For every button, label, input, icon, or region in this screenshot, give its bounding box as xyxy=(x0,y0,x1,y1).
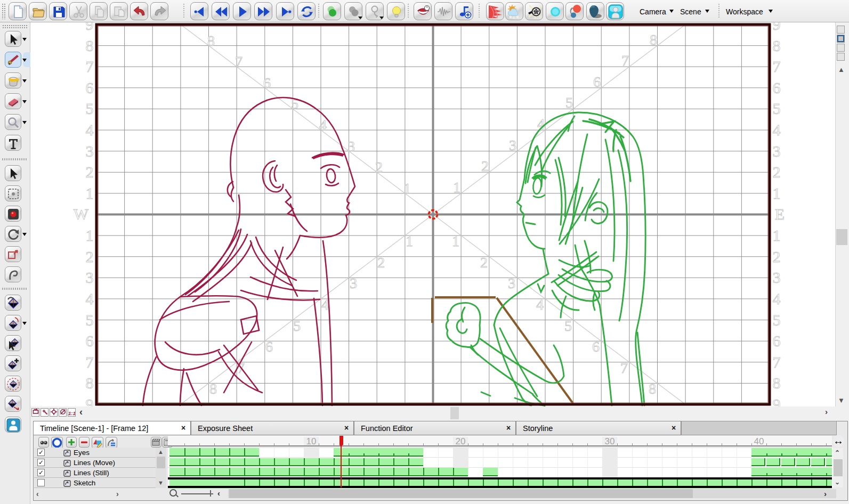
svg-text:4: 4 xyxy=(86,121,94,139)
svg-text:3: 3 xyxy=(347,138,355,155)
svg-text:7: 7 xyxy=(86,353,94,371)
svg-text:6: 6 xyxy=(773,79,781,96)
svg-text:5: 5 xyxy=(86,311,94,329)
svg-text:9: 9 xyxy=(86,395,94,407)
svg-text:1: 1 xyxy=(452,233,459,249)
svg-text:5: 5 xyxy=(564,318,572,334)
svg-text:6: 6 xyxy=(592,338,600,355)
svg-text:6: 6 xyxy=(86,79,94,96)
svg-text:7: 7 xyxy=(86,58,94,75)
svg-text:5: 5 xyxy=(773,100,781,117)
svg-text:3: 3 xyxy=(86,269,94,286)
svg-text:4: 4 xyxy=(773,121,781,139)
svg-text:8: 8 xyxy=(86,374,94,392)
svg-text:7: 7 xyxy=(620,360,628,376)
svg-text:9: 9 xyxy=(86,22,94,33)
svg-text:5: 5 xyxy=(565,94,573,111)
svg-text:1: 1 xyxy=(773,184,781,202)
svg-text:3: 3 xyxy=(509,137,516,153)
svg-text:3: 3 xyxy=(86,142,94,160)
svg-text:8: 8 xyxy=(86,37,94,54)
svg-text:6: 6 xyxy=(773,332,781,349)
svg-text:4: 4 xyxy=(319,117,327,133)
svg-text:8: 8 xyxy=(773,374,781,392)
svg-text:2: 2 xyxy=(481,158,489,174)
svg-text:2: 2 xyxy=(773,248,781,265)
svg-text:W: W xyxy=(74,205,89,223)
svg-text:7: 7 xyxy=(773,353,781,371)
svg-text:2: 2 xyxy=(375,159,383,175)
svg-text:6: 6 xyxy=(86,332,94,349)
svg-text:2: 2 xyxy=(480,254,488,271)
svg-text:2: 2 xyxy=(773,163,781,181)
svg-text:1: 1 xyxy=(453,179,460,196)
svg-text:4: 4 xyxy=(321,296,329,313)
svg-text:8: 8 xyxy=(649,380,656,397)
svg-text:4: 4 xyxy=(86,290,94,307)
svg-text:5: 5 xyxy=(773,311,781,329)
svg-text:5: 5 xyxy=(86,100,94,117)
svg-text:E: E xyxy=(775,205,785,223)
svg-text:9: 9 xyxy=(773,395,781,407)
svg-text:1: 1 xyxy=(406,233,413,249)
svg-text:3: 3 xyxy=(773,269,781,286)
svg-text:3: 3 xyxy=(773,142,781,160)
svg-text:4: 4 xyxy=(536,296,544,313)
svg-text:6: 6 xyxy=(263,75,271,91)
svg-text:9: 9 xyxy=(773,22,781,33)
svg-text:2: 2 xyxy=(86,248,94,265)
svg-text:7: 7 xyxy=(773,58,781,75)
svg-text:8: 8 xyxy=(773,37,781,54)
svg-text:7: 7 xyxy=(235,53,242,70)
svg-text:8: 8 xyxy=(207,32,215,49)
svg-text:8: 8 xyxy=(209,380,217,397)
svg-text:4: 4 xyxy=(773,290,781,307)
svg-text:6: 6 xyxy=(593,74,601,90)
svg-text:1: 1 xyxy=(86,184,94,202)
svg-text:2: 2 xyxy=(86,163,94,181)
svg-text:7: 7 xyxy=(621,52,629,69)
svg-text:1: 1 xyxy=(773,226,781,244)
svg-text:3: 3 xyxy=(508,275,515,291)
svg-text:4: 4 xyxy=(537,116,545,132)
svg-text:8: 8 xyxy=(650,31,657,48)
svg-text:1: 1 xyxy=(86,226,94,244)
svg-text:1: 1 xyxy=(403,180,411,197)
svg-text:5: 5 xyxy=(293,318,301,334)
svg-text:3: 3 xyxy=(350,275,357,291)
svg-text:6: 6 xyxy=(265,338,273,355)
svg-text:2: 2 xyxy=(377,254,385,271)
